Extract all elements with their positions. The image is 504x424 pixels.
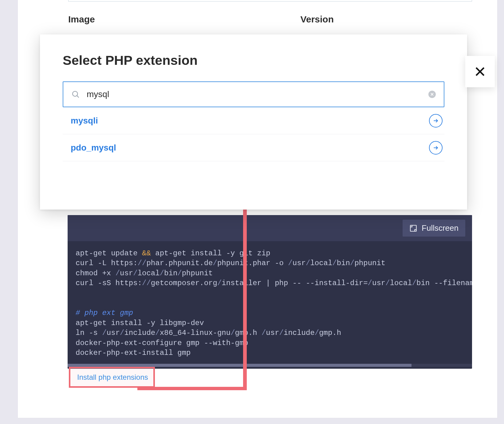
editor-horizontal-scrollbar[interactable] bbox=[68, 364, 472, 367]
fullscreen-button[interactable]: Fullscreen bbox=[403, 220, 465, 237]
arrow-right-icon bbox=[433, 118, 439, 124]
svg-rect-0 bbox=[410, 225, 416, 231]
close-icon bbox=[474, 66, 486, 77]
result-row[interactable]: mysqli bbox=[63, 107, 444, 134]
result-label[interactable]: mysqli bbox=[65, 116, 98, 126]
search-input[interactable] bbox=[87, 89, 422, 99]
scrollbar-thumb[interactable] bbox=[68, 364, 411, 367]
install-extensions-highlight: Install php extensions bbox=[69, 367, 155, 388]
result-row[interactable]: pdo_mysql bbox=[63, 134, 444, 161]
editor-toolbar: Fullscreen bbox=[68, 215, 472, 241]
install-php-extensions-link[interactable]: Install php extensions bbox=[77, 373, 148, 382]
image-label: Image bbox=[68, 14, 95, 25]
code-editor[interactable]: Fullscreen apt-get update && apt-get ins… bbox=[68, 215, 472, 369]
svg-point-2 bbox=[73, 91, 77, 96]
arrow-right-icon bbox=[433, 145, 439, 151]
modal-title: Select PHP extension bbox=[63, 53, 444, 68]
version-label: Version bbox=[301, 14, 334, 25]
select-result-button[interactable] bbox=[429, 141, 443, 155]
svg-line-3 bbox=[77, 96, 79, 97]
search-icon bbox=[71, 90, 80, 99]
clear-search-button[interactable] bbox=[428, 91, 436, 98]
fullscreen-icon bbox=[409, 224, 417, 232]
result-label[interactable]: pdo_mysql bbox=[65, 143, 116, 153]
registry-select[interactable]: Docker Hub Public ▼ bbox=[68, 0, 472, 2]
select-php-extension-modal: Select PHP extension mysqli pdo_mysql bbox=[40, 34, 467, 210]
editor-body[interactable]: apt-get update && apt-get install -y git… bbox=[68, 241, 472, 365]
select-result-button[interactable] bbox=[429, 114, 443, 128]
search-field-wrap bbox=[63, 81, 444, 107]
close-icon bbox=[431, 93, 434, 96]
close-modal-button[interactable] bbox=[465, 56, 495, 87]
field-labels-row: Image Version bbox=[68, 14, 472, 25]
